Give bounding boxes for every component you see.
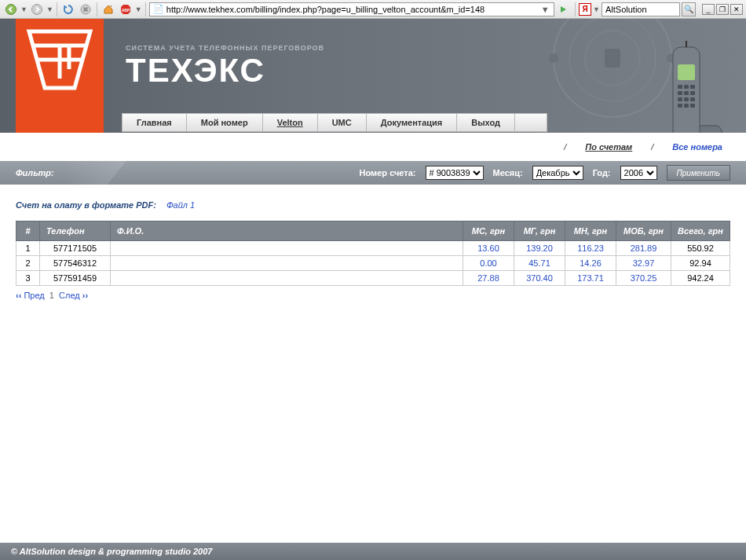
url-dropdown[interactable]: ▼ [539, 5, 550, 14]
svg-rect-19 [678, 64, 695, 80]
svg-rect-21 [684, 85, 689, 89]
th-fio: Ф.И.О. [111, 221, 463, 241]
logo[interactable] [16, 19, 104, 133]
nav-main[interactable]: Главная [123, 114, 187, 131]
pdf-link[interactable]: Файл 1 [166, 200, 195, 210]
svg-rect-26 [678, 97, 682, 101]
billing-table: # Телефон Ф.И.О. МС, грн МГ, грн МН, грн… [16, 221, 730, 286]
logo-icon [26, 28, 93, 91]
close-button[interactable]: ✕ [730, 4, 743, 15]
th-num: # [16, 221, 40, 241]
filter-bar: Фильтр: Номер счета: # 9003839 Месяц: Де… [0, 161, 746, 185]
pager-current: 1 [49, 291, 54, 300]
forward-button[interactable] [29, 2, 45, 17]
cell-mn[interactable]: 173.71 [565, 271, 616, 286]
sub-nav: / По счетам / Все номера [0, 133, 746, 161]
subnav-by-accounts[interactable]: По счетам [585, 142, 632, 152]
cell-mob[interactable]: 32.97 [616, 256, 671, 271]
nav-docs[interactable]: Документация [367, 114, 458, 131]
pager-next-icon: ›› [82, 291, 88, 300]
svg-rect-20 [678, 85, 682, 89]
pager-prev[interactable]: Пред [24, 291, 44, 300]
restore-button[interactable]: ❐ [716, 4, 729, 15]
svg-rect-29 [678, 104, 682, 108]
page-icon: 📄 [153, 4, 164, 14]
cell-total: 92.94 [671, 256, 730, 271]
nav-exit[interactable]: Выход [457, 114, 515, 131]
minimize-button[interactable]: _ [702, 4, 715, 15]
search-input[interactable] [602, 2, 680, 16]
year-select[interactable]: 2006 [620, 166, 657, 180]
svg-rect-27 [684, 97, 689, 101]
home-button[interactable] [101, 2, 116, 17]
svg-rect-23 [678, 91, 682, 95]
pager-next[interactable]: След [59, 291, 80, 300]
cell-mob[interactable]: 281.89 [616, 241, 671, 256]
search-button[interactable]: 🔍 [682, 2, 696, 16]
subnav-sep: / [651, 142, 653, 152]
account-label: Номер счета: [360, 168, 416, 178]
main-nav: Главная Мой номер Velton UMC Документаци… [122, 113, 547, 132]
th-total: Всего, грн [671, 221, 730, 241]
svg-rect-25 [690, 91, 695, 95]
pdf-label: Счет на олату в формате PDF: [16, 200, 156, 210]
phone-image [656, 41, 730, 133]
go-button[interactable] [556, 2, 572, 17]
nav-my-number[interactable]: Мой номер [187, 114, 263, 131]
nav-umc[interactable]: UMC [318, 114, 367, 131]
account-select[interactable]: # 9003839 [426, 166, 484, 180]
back-button[interactable] [3, 2, 19, 17]
pager: ‹‹ Пред 1 След ›› [16, 291, 730, 300]
cell-mn[interactable]: 116.23 [565, 241, 616, 256]
filter-label: Фильтр: [16, 168, 54, 178]
svg-rect-18 [673, 47, 700, 133]
month-select[interactable]: Декабрь [532, 166, 583, 180]
cell-phone: 577546312 [40, 256, 111, 271]
th-ms: МС, грн [463, 221, 514, 241]
nav-velton[interactable]: Velton [263, 114, 318, 131]
subnav-all-numbers[interactable]: Все номера [672, 142, 722, 152]
cell-mg[interactable]: 45.71 [514, 256, 565, 271]
cell-n: 2 [16, 256, 40, 271]
th-mg: МГ, грн [514, 221, 565, 241]
cell-fio [111, 256, 463, 271]
yandex-icon[interactable]: Я [579, 3, 591, 16]
cell-mg[interactable]: 370.40 [514, 271, 565, 286]
subnav-sep: / [564, 142, 566, 152]
stop-button[interactable] [78, 2, 93, 17]
svg-rect-31 [690, 104, 695, 108]
cell-fio [111, 241, 463, 256]
pager-prev-icon: ‹‹ [16, 291, 21, 300]
cell-mg[interactable]: 139.20 [514, 241, 565, 256]
abp-button[interactable]: ABP [118, 2, 133, 17]
search-box: Я ▼ 🔍 [579, 2, 696, 16]
svg-point-1 [31, 4, 42, 14]
apply-button[interactable]: Применить [667, 165, 730, 181]
svg-point-5 [554, 19, 671, 117]
cell-ms[interactable]: 0.00 [463, 256, 514, 271]
reload-button[interactable] [60, 2, 76, 17]
cell-ms[interactable]: 27.88 [463, 271, 514, 286]
year-label: Год: [593, 168, 611, 178]
svg-rect-28 [690, 97, 695, 101]
cell-ms[interactable]: 13.60 [463, 241, 514, 256]
brand-title: ТЕХЭКС [126, 52, 324, 90]
url-bar[interactable]: 📄 ▼ [149, 2, 554, 16]
cell-total: 550.92 [671, 241, 730, 256]
svg-point-8 [549, 53, 558, 63]
cell-mob[interactable]: 370.25 [616, 271, 671, 286]
svg-point-0 [6, 4, 16, 14]
cell-total: 942.24 [671, 271, 730, 286]
th-mn: МН, грн [565, 221, 616, 241]
cell-n: 1 [16, 241, 40, 256]
pdf-line: Счет на олату в формате PDF: Файл 1 [16, 200, 730, 210]
footer: © AltSolution design & programming studi… [0, 543, 746, 560]
month-label: Месяц: [493, 168, 523, 178]
th-phone: Телефон [40, 221, 111, 241]
th-mob: МОБ, грн [616, 221, 671, 241]
url-input[interactable] [166, 5, 539, 14]
table-row: 157717150513.60139.20116.23281.89550.92 [16, 241, 730, 256]
browser-toolbar: ▼ ▼ ABP ▼ 📄 ▼ Я ▼ 🔍 _ ❐ ✕ [0, 0, 746, 19]
table-row: 357759145927.88370.40173.71370.25942.24 [16, 271, 730, 286]
cell-mn[interactable]: 14.26 [565, 256, 616, 271]
